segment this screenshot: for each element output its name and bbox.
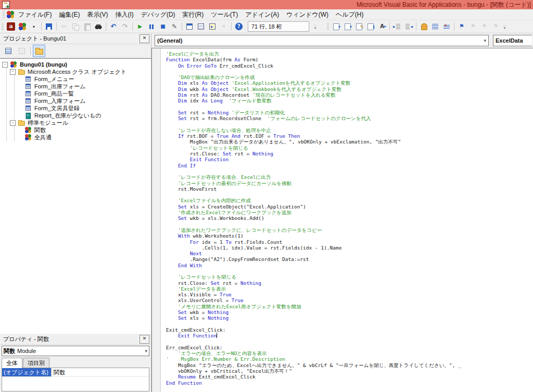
project-explorer-button[interactable] [184, 21, 195, 32]
menu-window[interactable]: ウィンドウ(W) [283, 10, 332, 20]
insert-dropdown-button[interactable] [28, 21, 40, 32]
code-line[interactable]: Dim xls As Object 'Excel.Applicationを代入す… [166, 80, 533, 86]
code-line[interactable] [166, 321, 533, 327]
code-line[interactable]: '作成されたExcelファイルにワークブックを追加 [166, 210, 533, 215]
collapse-icon[interactable]: - [10, 120, 16, 126]
code-line[interactable] [166, 122, 533, 127]
view-access-button[interactable] [5, 21, 17, 32]
code-line[interactable]: 'DAOで抽出結果のクローンを作成 [166, 74, 533, 80]
tree-item[interactable]: 関数 [18, 126, 151, 134]
code-line[interactable] [166, 221, 533, 227]
procedure-combo[interactable]: ExcelData [493, 35, 532, 46]
bookmark-clear-button[interactable] [490, 21, 502, 32]
code-line[interactable]: vbOKOnly + vbCritical, "Excel出力不可！" [166, 368, 533, 374]
collapse-icon[interactable]: - [10, 69, 16, 75]
code-line[interactable]: rst.Close: Set rst = Nothing [166, 151, 533, 156]
code-line[interactable]: Exit Function [166, 333, 533, 338]
view-object-button[interactable] [16, 45, 28, 57]
menu-run[interactable]: 実行(R) [179, 10, 208, 20]
menu-help[interactable]: ヘルプ(H) [332, 10, 367, 20]
menu-addins[interactable]: アドイン(A) [242, 10, 283, 20]
code-line[interactable]: '追加されたワークブックに、レコードセットのデータをコピー [166, 227, 533, 233]
code-line[interactable]: Dim idx As Long 'フィールド数変数 [166, 98, 533, 103]
code-line[interactable] [166, 168, 533, 174]
code-line[interactable] [166, 268, 533, 274]
code-line[interactable]: 'メモリに展開されたExcel用オブジェクト変数を開放 [166, 304, 533, 309]
list-constants-button[interactable] [342, 21, 353, 32]
code-line[interactable]: With wkb.Worksheets(1) [166, 233, 533, 239]
code-line[interactable]: Set rst = frm.RecordsetClone 'フォームのレコードセ… [166, 115, 533, 121]
toolbar-grip[interactable] [2, 23, 4, 30]
code-line[interactable]: End With [166, 263, 533, 268]
properties-object-selector[interactable]: 関数 Module ▾ [2, 346, 149, 356]
code-line[interactable]: Resume Exit_cmdExcel_Click [166, 374, 533, 380]
code-line[interactable]: MsgBox "エラーのため、Excelへ出力できません。" & vbCrLf … [166, 362, 533, 368]
list-properties-button[interactable] [331, 21, 342, 32]
code-line[interactable]: Dim rst As DAO.Recordset '現在のレコードセットを入れる… [166, 92, 533, 98]
code-line[interactable]: MsgBox "出力出来るデータがありません。", vbOKOnly + vbE… [166, 139, 533, 145]
indent-button[interactable] [391, 21, 403, 32]
code-line[interactable]: Dim wkb As Object 'Excel.Wookbookを代入するオブ… [166, 86, 533, 92]
menu-debug[interactable]: デバッグ(D) [137, 10, 179, 20]
property-row[interactable]: (オブジェクト名) 関数 [2, 368, 149, 377]
close-icon[interactable]: ✕ [139, 335, 149, 344]
code-line[interactable]: .Cells(1, idx).Value = rst.Fields(idx - … [166, 245, 533, 251]
code-line[interactable]: .Range("A2").CopyFromRecordset Data:=rst [166, 256, 533, 262]
code-line[interactable]: Function ExcelData(frm As Form) [166, 57, 533, 62]
bookmark-prev-button[interactable] [479, 21, 490, 32]
code-line[interactable]: 'Excelファイルを内部的に作成 [166, 198, 533, 203]
breakpoint-hand-button[interactable] [418, 21, 429, 32]
properties-window-button[interactable] [195, 21, 207, 32]
break-button[interactable] [146, 21, 157, 32]
code-line[interactable]: Next [166, 251, 533, 256]
code-text[interactable]: 'Excelにデータを出力Function ExcelData(frm As F… [161, 48, 533, 392]
help-button[interactable] [233, 21, 245, 32]
menu-insert[interactable]: 挿入(I) [111, 10, 137, 20]
code-line[interactable]: 'Excelデータを表示 [166, 286, 533, 292]
design-mode-button[interactable] [169, 21, 180, 32]
complete-word-button[interactable] [376, 21, 388, 32]
code-line[interactable]: If rst.BOF = True And rst.EOF = True The… [166, 133, 533, 139]
tree-item[interactable]: Form_出庫フォーム [18, 83, 151, 90]
find-button[interactable] [93, 21, 104, 32]
bookmark-next-button[interactable] [467, 21, 479, 32]
code-line[interactable]: xls.Visible = True [166, 292, 533, 297]
property-name[interactable]: (オブジェクト名) [2, 368, 52, 376]
tab-categorized[interactable]: 項目別 [23, 358, 49, 368]
comment-block-button[interactable] [429, 21, 441, 32]
outdent-button[interactable] [403, 21, 414, 32]
code-line[interactable]: 'Excelにデータを出力 [166, 51, 533, 57]
object-combo[interactable]: (General) ▾ [155, 35, 489, 46]
code-line[interactable]: For idx = 1 To rst.Fields.Count [166, 239, 533, 245]
code-line[interactable]: Set rst = Nothing 'データリストの初期化 [166, 110, 533, 115]
code-line[interactable]: 'レコードが存在する場合、Excelに出力 [166, 174, 533, 180]
code-line[interactable]: xls.UserControl = True [166, 297, 533, 303]
tree-item[interactable]: -Microsoft Access クラス オブジェクト [10, 68, 151, 75]
code-line[interactable]: 'レコードセットを閉じる [166, 274, 533, 280]
code-line[interactable]: Exit_cmdExcel_Click: [166, 327, 533, 333]
quick-info-button[interactable] [353, 21, 365, 32]
toolbar-grip[interactable] [327, 23, 329, 30]
insert-userform-button[interactable] [17, 21, 28, 32]
tree-item[interactable]: -Bungu01 (bungu) [2, 61, 151, 68]
code-line[interactable] [166, 339, 533, 345]
code-line[interactable]: Set xls = CreateObject("Excel.Applicatio… [166, 204, 533, 210]
code-line[interactable] [166, 69, 533, 74]
save-button[interactable] [43, 21, 55, 32]
code-line[interactable] [166, 192, 533, 198]
code-line[interactable]: End Function [166, 380, 533, 386]
code-line[interactable]: Err_cmdExcel_Click: [166, 345, 533, 350]
code-line[interactable]: Exit Function [166, 156, 533, 162]
code-line[interactable]: End If [166, 163, 533, 168]
collapse-icon[interactable]: - [2, 62, 8, 68]
code-line[interactable] [166, 104, 533, 110]
toggle-folders-button[interactable] [33, 45, 45, 57]
tree-item[interactable]: Form_メニュー [18, 75, 151, 83]
toolbar-overflow-icon[interactable]: ⋯▾ [312, 21, 318, 32]
property-value[interactable]: 関数 [52, 368, 67, 376]
object-browser-button[interactable] [207, 21, 218, 32]
undo-button[interactable] [108, 21, 119, 32]
redo-button[interactable] [119, 21, 131, 32]
menu-tools[interactable]: ツール(T) [207, 10, 242, 20]
tree-item[interactable]: Form_商品一覧 [18, 90, 151, 97]
